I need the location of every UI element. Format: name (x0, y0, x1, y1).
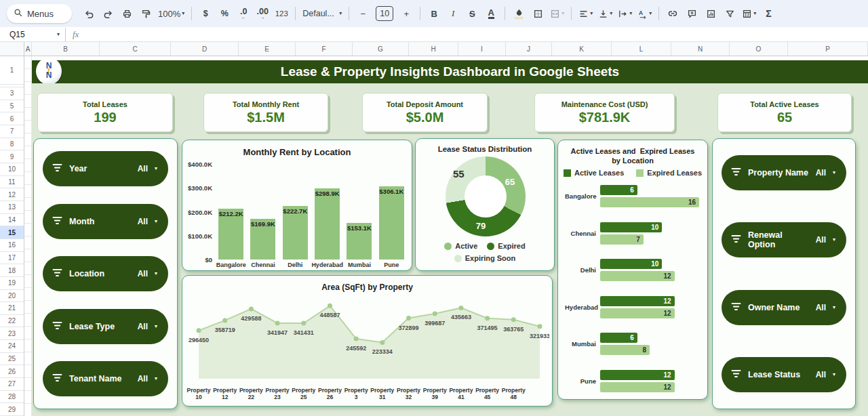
bold-button[interactable]: B (425, 5, 443, 22)
increase-font-size-button[interactable]: + (397, 5, 415, 22)
formula-input[interactable] (79, 27, 868, 41)
filter-year[interactable]: YearAll▾ (43, 151, 168, 186)
row-header-16[interactable]: 16 (0, 239, 24, 252)
column-header-H[interactable]: H (409, 42, 458, 56)
column-header-P[interactable]: P (788, 42, 868, 56)
filter-lease-status[interactable]: Lease StatusAll▾ (722, 357, 846, 392)
row-header-19[interactable]: 19 (0, 277, 24, 290)
text-color-button[interactable]: A (482, 5, 500, 22)
kpi-card[interactable]: Maintenance Cost (USD)$781.9K (534, 93, 675, 132)
row-header-15[interactable]: 15 (0, 226, 24, 239)
monthly-rent-chart[interactable]: Monthly Rent by Location $400.0K$300.0K$… (182, 140, 412, 271)
print-button[interactable] (118, 5, 136, 22)
insert-chart-button[interactable] (702, 5, 719, 22)
column-header-B[interactable]: B (32, 42, 100, 56)
italic-button[interactable]: I (444, 5, 462, 22)
column-header-N[interactable]: N (671, 42, 730, 56)
more-formats-button[interactable]: 123 (273, 5, 290, 22)
font-select[interactable]: Defaul...▾ (300, 5, 344, 22)
column-header-D[interactable]: D (171, 42, 239, 56)
strikethrough-button[interactable]: S (463, 5, 481, 22)
kpi-card[interactable]: Total Monthly Rent$1.5M (203, 93, 328, 132)
horizontal-align-button[interactable]: ▾ (576, 5, 595, 22)
column-header-C[interactable]: C (100, 42, 171, 56)
column-header-G[interactable]: G (353, 42, 409, 56)
merge-cells-button[interactable]: ▾ (548, 5, 566, 22)
filter-renewal-option[interactable]: Renewal OptionAll▾ (722, 222, 846, 257)
text-wrap-button[interactable]: ▾ (616, 5, 634, 22)
kpi-card[interactable]: Total Deposit Amount$5.0M (362, 93, 488, 132)
text-rotation-button[interactable]: A▾ (635, 5, 654, 22)
row-header-26[interactable]: 26 (0, 365, 24, 378)
create-filter-button[interactable] (721, 5, 738, 22)
row-header-3[interactable]: 3 (0, 87, 24, 100)
row-header-11[interactable]: 11 (0, 176, 24, 189)
filter-owner-name[interactable]: Owner NameAll▾ (722, 290, 846, 325)
format-currency-button[interactable]: $ (197, 5, 214, 22)
row-header-25[interactable]: 25 (0, 353, 24, 366)
row-header-18[interactable]: 18 (0, 264, 24, 277)
row-header-10[interactable]: 10 (0, 163, 24, 176)
row-header-28[interactable]: 28 (0, 391, 24, 404)
sheet-grid[interactable]: NtN Lease & Property Insights Dashboard … (24, 56, 868, 416)
row-header-17[interactable]: 17 (0, 252, 24, 265)
row-header-1[interactable]: 1 (0, 56, 24, 85)
functions-button[interactable]: Σ (760, 5, 777, 22)
filter-location[interactable]: LocationAll▾ (43, 256, 168, 291)
row-header-29[interactable]: 29 (0, 403, 24, 416)
paint-format-button[interactable] (137, 5, 155, 22)
kpi-card[interactable]: Total Leases199 (37, 93, 173, 132)
column-header-E[interactable]: E (239, 42, 296, 56)
decrease-font-size-button[interactable]: − (354, 5, 372, 22)
column-header-L[interactable]: L (612, 42, 671, 56)
row-header-27[interactable]: 27 (0, 378, 24, 391)
column-a-cells[interactable] (24, 56, 32, 416)
vertical-align-button[interactable]: ▾ (596, 5, 614, 22)
undo-button[interactable] (80, 5, 98, 22)
filter-lease-type[interactable]: Lease TypeAll▾ (43, 309, 168, 344)
column-header-J[interactable]: J (506, 42, 552, 56)
insert-link-button[interactable] (664, 5, 682, 22)
select-all-corner[interactable] (0, 42, 24, 56)
column-header-K[interactable]: K (552, 42, 612, 56)
area-sqft-chart[interactable]: Area (SqFt) by Property 2964503587194295… (182, 275, 553, 407)
row-header-20[interactable]: 20 (0, 290, 24, 303)
zoom-select[interactable]: 100%▾ (156, 5, 186, 22)
filter-property-name[interactable]: Property NameAll▾ (722, 155, 846, 190)
kpi-card[interactable]: Total Active Leases65 (717, 93, 852, 132)
column-header-F[interactable]: F (296, 42, 353, 56)
table-tools-button[interactable]: ▾ (740, 5, 758, 22)
borders-button[interactable] (529, 5, 547, 22)
column-header-O[interactable]: O (730, 42, 788, 56)
row-header-13[interactable]: 13 (0, 201, 24, 214)
increase-decimal-button[interactable]: .00→ (254, 5, 271, 22)
redo-button[interactable] (99, 5, 117, 22)
row-header-9[interactable]: 9 (0, 150, 24, 163)
font-size-input[interactable]: 10 (376, 6, 393, 21)
row-header-6[interactable]: 6 (0, 112, 24, 125)
data-point (511, 317, 516, 322)
fill-color-button[interactable] (510, 5, 528, 22)
row-header-8[interactable]: 8 (0, 138, 24, 151)
insert-comment-button[interactable] (683, 5, 701, 22)
menus-search[interactable]: Menus (7, 4, 72, 23)
row-header-14[interactable]: 14 (0, 214, 24, 227)
lease-status-chart[interactable]: Lease Status Distribution 657955 ActiveE… (415, 138, 555, 271)
row-header-23[interactable]: 23 (0, 327, 24, 340)
row-header-7[interactable]: 7 (0, 125, 24, 138)
row-header-12[interactable]: 12 (0, 188, 24, 201)
filter-tenant-name[interactable]: Tenant NameAll▾ (43, 361, 168, 396)
fx-icon: fx (73, 29, 79, 40)
row-header-24[interactable]: 24 (0, 340, 24, 353)
row-header-5[interactable]: 5 (0, 100, 24, 113)
row-header-22[interactable]: 22 (0, 315, 24, 328)
active-expired-chart[interactable]: Active Leases and Expired Leases by Loca… (557, 140, 708, 400)
decrease-decimal-button[interactable]: .0← (235, 5, 252, 22)
name-box[interactable]: Q15 ▾ (0, 30, 65, 39)
row-header-21[interactable]: 21 (0, 302, 24, 315)
column-header-A[interactable]: A (24, 42, 32, 56)
filter-month[interactable]: MonthAll▾ (43, 204, 168, 239)
column-header-I[interactable]: I (458, 42, 506, 56)
kpi-label: Total Monthly Rent (233, 100, 299, 108)
format-percent-button[interactable]: % (216, 5, 233, 22)
